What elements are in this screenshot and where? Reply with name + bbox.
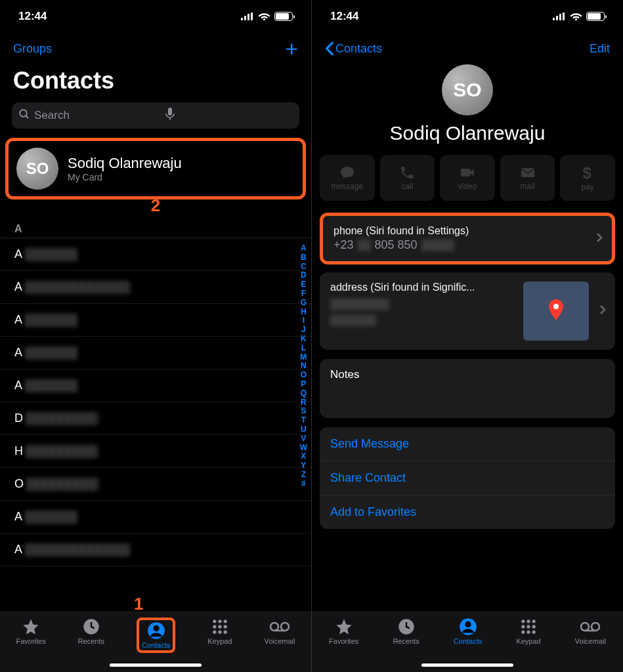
- address-value: [330, 299, 515, 326]
- list-item[interactable]: A: [0, 304, 311, 337]
- index-letter[interactable]: Z: [300, 471, 307, 480]
- back-button[interactable]: Contacts: [325, 41, 382, 56]
- svg-point-22: [553, 304, 559, 309]
- index-letter[interactable]: B: [300, 253, 307, 262]
- svg-point-32: [521, 630, 525, 633]
- action-links: Send Message Share Contact Add to Favori…: [320, 427, 615, 529]
- svg-point-34: [532, 630, 536, 633]
- send-message-link[interactable]: Send Message: [320, 427, 615, 461]
- index-letter[interactable]: K: [300, 335, 307, 344]
- list-item[interactable]: A: [0, 369, 311, 402]
- mail-action[interactable]: mail: [500, 155, 555, 201]
- add-contact-button[interactable]: +: [285, 37, 298, 60]
- index-letter[interactable]: M: [300, 353, 307, 362]
- tab-favorites[interactable]: Favorites: [329, 618, 358, 645]
- avatar[interactable]: SO: [442, 64, 493, 116]
- index-letter[interactable]: Q: [300, 389, 307, 398]
- index-letter[interactable]: U: [300, 425, 307, 434]
- svg-point-15: [223, 630, 226, 633]
- index-letter[interactable]: I: [300, 316, 307, 326]
- redacted: [25, 379, 77, 392]
- home-indicator[interactable]: [421, 663, 513, 667]
- tab-keypad[interactable]: Keypad: [207, 618, 232, 645]
- tab-favorites[interactable]: Favorites: [16, 618, 45, 645]
- svg-point-8: [218, 620, 221, 623]
- redacted: [25, 248, 77, 261]
- index-letter[interactable]: X: [300, 452, 307, 461]
- svg-point-0: [20, 110, 27, 117]
- list-item[interactable]: H: [0, 435, 311, 468]
- list-item[interactable]: D: [0, 402, 311, 435]
- wifi-icon: [570, 12, 582, 21]
- message-action[interactable]: message: [320, 155, 375, 201]
- list-item[interactable]: A: [0, 337, 311, 369]
- my-card-row[interactable]: SO Sodiq Olanrewaju My Card: [16, 148, 295, 190]
- tab-recents[interactable]: Recents: [78, 618, 104, 645]
- index-letter[interactable]: A: [300, 244, 307, 253]
- svg-point-13: [213, 630, 216, 633]
- groups-button[interactable]: Groups: [13, 42, 52, 56]
- index-letter[interactable]: S: [300, 407, 307, 416]
- chevron-right-icon: [599, 304, 606, 318]
- phone-label: phone (Siri found in Settings): [333, 225, 586, 237]
- index-letter[interactable]: L: [300, 344, 307, 353]
- share-contact-link[interactable]: Share Contact: [320, 461, 615, 495]
- tab-voicemail[interactable]: Voicemail: [264, 618, 295, 645]
- search-field[interactable]: Search: [12, 102, 299, 129]
- alpha-index[interactable]: ABCDEFGHIJKLMNOPQRSTUVWXYZ#: [300, 244, 307, 489]
- list-item[interactable]: A: [0, 534, 311, 566]
- index-letter[interactable]: R: [300, 398, 307, 408]
- address-row[interactable]: address (Siri found in Signific...: [320, 272, 615, 350]
- call-action[interactable]: call: [380, 155, 435, 201]
- index-letter[interactable]: Y: [300, 461, 307, 471]
- dictate-icon[interactable]: [165, 108, 293, 124]
- redacted: [25, 314, 77, 327]
- index-letter[interactable]: E: [300, 280, 307, 289]
- section-header-a: A: [0, 220, 311, 238]
- video-action[interactable]: video: [440, 155, 495, 201]
- index-letter[interactable]: O: [300, 371, 307, 380]
- tab-contacts[interactable]: Contacts: [137, 618, 175, 653]
- index-letter[interactable]: C: [300, 262, 307, 272]
- pay-action[interactable]: $ pay: [560, 155, 615, 201]
- battery-icon: [586, 12, 605, 21]
- address-label: address (Siri found in Signific...: [330, 282, 515, 293]
- tab-voicemail[interactable]: Voicemail: [575, 618, 606, 645]
- svg-rect-2: [168, 108, 172, 116]
- tab-contacts[interactable]: Contacts: [454, 618, 482, 645]
- svg-point-10: [213, 625, 216, 628]
- contact-name: Sodiq Olanrewaju: [390, 122, 546, 144]
- notes-field[interactable]: Notes: [320, 359, 615, 418]
- status-time: 12:44: [330, 10, 358, 23]
- home-indicator[interactable]: [110, 663, 202, 667]
- index-letter[interactable]: W: [300, 444, 307, 453]
- list-item[interactable]: O: [0, 468, 311, 501]
- tab-keypad[interactable]: Keypad: [516, 618, 540, 645]
- svg-point-16: [270, 623, 278, 631]
- index-letter[interactable]: G: [300, 299, 307, 308]
- annotation-2: 2: [151, 196, 160, 216]
- list-item[interactable]: A: [0, 501, 311, 534]
- index-letter[interactable]: J: [300, 326, 307, 335]
- edit-button[interactable]: Edit: [590, 42, 610, 56]
- contact-detail-screen: 12:44 Contacts Edit SO Sodiq Olanrewaju …: [311, 0, 623, 672]
- svg-rect-20: [521, 168, 534, 177]
- index-letter[interactable]: D: [300, 271, 307, 280]
- index-letter[interactable]: P: [300, 380, 307, 389]
- list-item[interactable]: A: [0, 271, 311, 304]
- status-icons: [553, 12, 605, 21]
- tab-recents[interactable]: Recents: [393, 618, 419, 645]
- add-favorites-link[interactable]: Add to Favorites: [320, 495, 615, 529]
- map-thumbnail[interactable]: [523, 282, 589, 341]
- tab-bar: Favorites Recents Contacts Keypad Voicem…: [312, 612, 623, 672]
- avatar: SO: [16, 148, 58, 190]
- index-letter[interactable]: V: [300, 434, 307, 444]
- phone-row[interactable]: phone (Siri found in Settings) +23 805 8…: [320, 213, 615, 264]
- index-letter[interactable]: #: [300, 480, 307, 489]
- contacts-list[interactable]: A A A A A A D H O A A: [0, 220, 311, 612]
- index-letter[interactable]: H: [300, 308, 307, 317]
- index-letter[interactable]: F: [300, 289, 307, 299]
- index-letter[interactable]: T: [300, 416, 307, 425]
- index-letter[interactable]: N: [300, 362, 307, 371]
- list-item[interactable]: A: [0, 238, 311, 271]
